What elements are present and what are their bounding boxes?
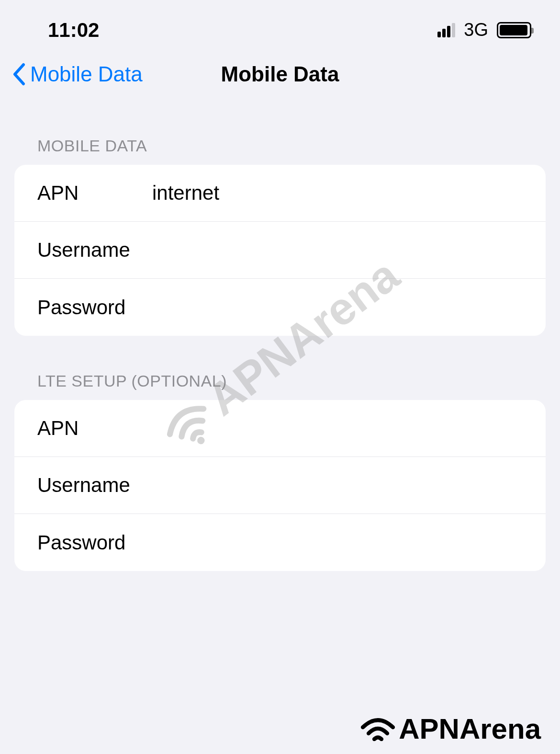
section-header-mobile-data: MOBILE DATA [14,101,546,165]
chevron-left-icon [12,63,26,86]
content: MOBILE DATA APN internet Username Passwo… [0,101,560,571]
field-label: APN [37,417,152,440]
signal-icon [437,23,455,37]
back-button[interactable]: Mobile Data [12,62,143,86]
navigation-bar: Mobile Data Mobile Data [0,46,560,101]
network-type: 3G [464,20,488,40]
field-label: Username [37,474,152,497]
section-group-mobile-data: APN internet Username Password [14,165,546,336]
page-title: Mobile Data [221,62,339,86]
status-indicators: 3G [437,20,531,40]
battery-icon [497,22,531,38]
field-row-apn[interactable]: APN internet [14,165,546,222]
field-value-apn[interactable]: internet [152,182,523,205]
brand-text: APNArena [399,712,541,745]
field-row-lte-password[interactable]: Password [14,514,546,571]
status-time: 11:02 [48,19,99,42]
field-label: APN [37,182,152,205]
back-label: Mobile Data [30,62,143,86]
field-label: Username [37,239,152,262]
section-header-lte-setup: LTE SETUP (OPTIONAL) [14,336,546,400]
field-row-password[interactable]: Password [14,279,546,336]
field-label: Password [37,531,152,554]
status-bar: 11:02 3G [0,0,560,46]
field-row-lte-username[interactable]: Username [14,457,546,514]
wifi-icon [360,715,396,743]
brand-logo: APNArena [360,712,541,745]
field-row-username[interactable]: Username [14,222,546,279]
section-group-lte-setup: APN Username Password [14,400,546,571]
field-label: Password [37,296,152,319]
field-row-lte-apn[interactable]: APN [14,400,546,457]
